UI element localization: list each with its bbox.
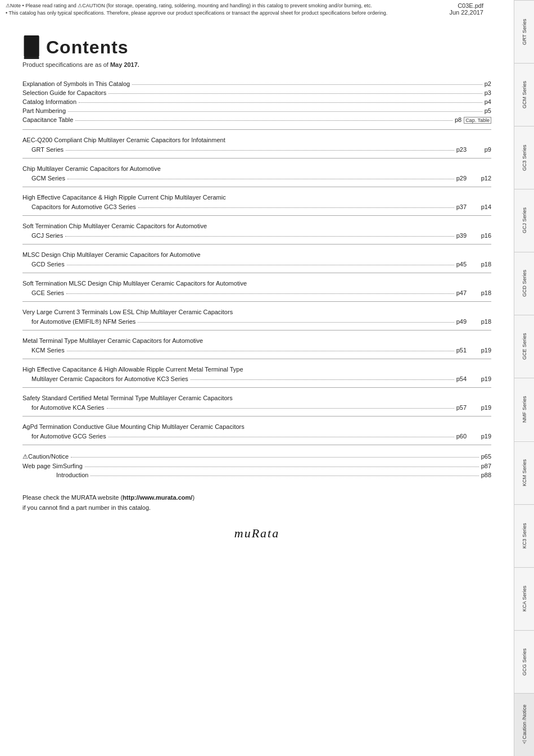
catalog-date: Jun 22,2017 — [449, 9, 483, 16]
sidebar-tab-gce[interactable]: GCE Series — [514, 315, 534, 378]
sidebar-tab-grt[interactable]: GRT Series — [514, 0, 534, 63]
sidebar-tab-kc3[interactable]: KC3 Series — [514, 504, 534, 567]
contents-subtitle: Product specifications are as of May 201… — [22, 61, 491, 68]
sidebar-tab-gcg[interactable]: GCG Series — [514, 630, 534, 693]
section-gcd-row: GCD Series p45 p18 — [22, 260, 491, 268]
main-content: Contents Product specifications are as o… — [0, 19, 514, 558]
section-gcd-heading: MLSC Design Chip Multilayer Ceramic Capa… — [22, 251, 491, 258]
sidebar-tab-kca[interactable]: KCA Series — [514, 567, 534, 630]
section-gcj-row: GCJ Series p39 p16 — [22, 232, 491, 239]
toc-row-captable: Capacitance Table p8 Cap. Table — [22, 115, 491, 125]
section-gce: Soft Termination MLSC Design Chip Multil… — [22, 273, 491, 301]
section-grt-heading: AEC-Q200 Compliant Chip Multilayer Ceram… — [22, 137, 491, 143]
section-gcg-heading1: AgPd Termination Conductive Glue Mountin… — [22, 423, 491, 430]
section-gc3-heading1: High Effective Capacitance & High Ripple… — [22, 194, 491, 201]
section-gcm: Chip Multilayer Ceramic Capacitors for A… — [22, 158, 491, 187]
toc-row-catalog: Catalog Information p4 — [22, 97, 491, 106]
toc-row-selection: Selection Guide for Capacitors p3 — [22, 88, 491, 97]
section-kca-row: for Automotive KCA Series p57 p19 — [22, 404, 491, 411]
section-kc3: High Effective Capacitance & High Allowa… — [22, 359, 491, 387]
section-gcg: AgPd Termination Conductive Glue Mountin… — [22, 416, 491, 445]
section-nfm-row: for Automotive (EMIFIL®) NFM Series p49 … — [22, 318, 491, 325]
toc-top-area: Explanation of Symbols in This Catalog p… — [22, 79, 491, 129]
toc-row-partnumbering: Part Numbering p5 — [22, 106, 491, 115]
footer-row-introduction: Introduction p88 — [22, 470, 491, 479]
footer-row-simsurfing: Web page SimSurfing p87 — [22, 461, 491, 470]
section-gc3-row: Capacitors for Automotive GC3 Series p37… — [22, 203, 491, 211]
section-kcm-heading: Metal Terminal Type Multilayer Ceramic C… — [22, 337, 491, 344]
contents-title: Contents — [46, 37, 129, 58]
section-gcg-row: for Automotive GCG Series p60 p19 — [22, 432, 491, 440]
sidebar-tab-gcd[interactable]: GCD Series — [514, 252, 534, 315]
catalog-id: C03E.pdf — [449, 2, 483, 9]
section-grt: AEC-Q200 Compliant Chip Multilayer Ceram… — [22, 129, 491, 158]
website-notice: Please check the MURATA website (http://… — [22, 493, 491, 513]
section-gc3: High Effective Capacitance & High Ripple… — [22, 187, 491, 215]
section-kc3-row: Multilayer Ceramic Capacitors for Automo… — [22, 375, 491, 383]
section-gce-row: GCE Series p47 p18 — [22, 289, 491, 297]
sidebar-tab-caution[interactable]: ⚠Caution /Notice — [514, 693, 534, 756]
section-gcj: Soft Termination Chip Multilayer Ceramic… — [22, 215, 491, 244]
catalog-info: C03E.pdf Jun 22,2017 — [449, 2, 483, 16]
footer-row-caution: ⚠Caution/Notice p65 — [22, 452, 491, 461]
footer-section: ⚠Caution/Notice p65 Web page SimSurfing … — [22, 445, 491, 482]
cap-table-badge: Cap. Table — [464, 117, 491, 124]
section-kcm-row: KCM Series p51 p19 — [22, 346, 491, 354]
toc-row-symbols: Explanation of Symbols in This Catalog p… — [22, 79, 491, 88]
sidebar-tab-gcm[interactable]: GCM Series — [514, 63, 534, 126]
section-kca-heading1: Safety Standard Certified Metal Terminal… — [22, 395, 491, 401]
section-gcm-heading: Chip Multilayer Ceramic Capacitors for A… — [22, 165, 491, 172]
murata-logo: muRata — [22, 526, 491, 541]
section-gcd: MLSC Design Chip Multilayer Ceramic Capa… — [22, 244, 491, 273]
section-nfm-heading1: Very Large Current 3 Terminals Low ESL C… — [22, 309, 491, 315]
sidebar-tab-nmf[interactable]: NMF Series — [514, 378, 534, 441]
sidebar-tab-gcj[interactable]: GCJ Series — [514, 189, 534, 252]
section-nfm: Very Large Current 3 Terminals Low ESL C… — [22, 301, 491, 330]
section-kcm: Metal Terminal Type Multilayer Ceramic C… — [22, 330, 491, 359]
bookmark-icon — [22, 35, 43, 59]
section-grt-row: GRT Series p23 p9 — [22, 146, 491, 153]
right-sidebar: GRT Series GCM Series GC3 Series GCJ Ser… — [514, 0, 534, 756]
section-gcj-heading: Soft Termination Chip Multilayer Ceramic… — [22, 223, 491, 229]
section-kca: Safety Standard Certified Metal Terminal… — [22, 387, 491, 416]
section-gcm-row: GCM Series p29 p12 — [22, 174, 491, 182]
section-kc3-heading1: High Effective Capacitance & High Allowa… — [22, 366, 491, 373]
sidebar-tab-kcm[interactable]: KCM Series — [514, 441, 534, 504]
svg-rect-2 — [24, 35, 39, 57]
contents-header: Contents — [22, 35, 491, 59]
section-gce-heading: Soft Termination MLSC Design Chip Multil… — [22, 280, 491, 287]
sidebar-tab-gc3[interactable]: GC3 Series — [514, 126, 534, 189]
